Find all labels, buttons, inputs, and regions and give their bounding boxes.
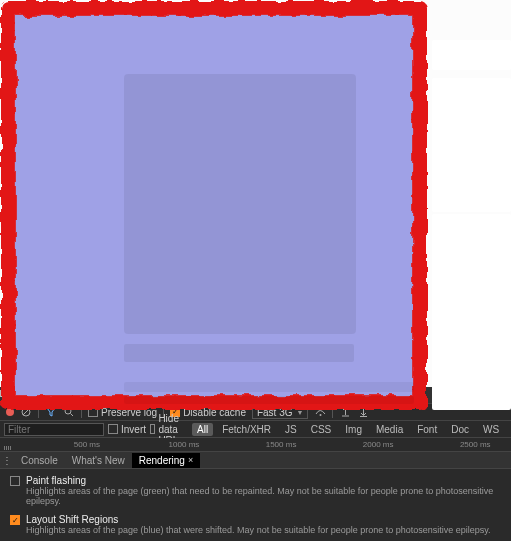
skeleton-placeholders: [0, 0, 511, 387]
filter-media[interactable]: Media: [371, 423, 408, 436]
option-description: Highlights areas of the page (blue) that…: [26, 525, 491, 535]
throttling-select[interactable]: Fast 3G ▼: [252, 406, 309, 419]
skeleton-side: [432, 78, 511, 212]
svg-line-7: [23, 409, 29, 415]
drawer-tab-console[interactable]: Console: [14, 453, 65, 468]
close-icon[interactable]: ×: [188, 455, 193, 465]
invert-checkbox[interactable]: Invert: [108, 424, 146, 435]
skeleton-line: [124, 382, 414, 392]
drawer-menu-icon[interactable]: ⋮: [0, 455, 14, 466]
skeleton-side: [432, 40, 511, 70]
network-conditions-icon[interactable]: [314, 406, 326, 418]
svg-point-8: [65, 408, 71, 414]
drawer-tabstrip: ⋮ Console What's New Rendering ×: [0, 452, 511, 469]
label: Disable cache: [183, 407, 246, 418]
filter-img[interactable]: Img: [340, 423, 367, 436]
label: Invert: [121, 424, 146, 435]
option-title: Paint flashing: [26, 475, 501, 486]
rendering-panel: Paint flashing Highlights areas of the p…: [0, 469, 511, 541]
tick: 1500 ms: [266, 440, 297, 449]
filter-js[interactable]: JS: [280, 423, 302, 436]
layout-shift-regions-option[interactable]: ✓ Layout Shift Regions Highlights areas …: [10, 514, 501, 535]
divider: [81, 406, 82, 418]
skeleton-line: [124, 344, 354, 362]
search-icon[interactable]: [63, 406, 75, 418]
skeleton-line: [124, 396, 414, 404]
preserve-log-checkbox[interactable]: Preserve log: [88, 407, 157, 418]
drawer-tab-rendering[interactable]: Rendering ×: [132, 453, 200, 468]
paint-flashing-option[interactable]: Paint flashing Highlights areas of the p…: [10, 475, 501, 506]
skeleton-hero: [124, 74, 356, 334]
page-viewport: [0, 0, 511, 387]
skeleton-side: [432, 214, 511, 410]
filter-icon[interactable]: [45, 406, 57, 418]
record-button[interactable]: [6, 408, 14, 416]
select-value: Fast 3G: [257, 407, 293, 418]
label: Preserve log: [101, 407, 157, 418]
network-filterbar: Invert Hide data URLs All Fetch/XHR JS C…: [0, 421, 511, 438]
drawer-tab-whatsnew[interactable]: What's New: [65, 453, 132, 468]
clear-icon[interactable]: [20, 406, 32, 418]
divider: [332, 406, 333, 418]
filter-ws[interactable]: WS: [478, 423, 504, 436]
svg-point-10: [319, 414, 321, 416]
network-timeline[interactable]: 500 ms 1000 ms 1500 ms 2000 ms 2500 ms: [0, 438, 511, 452]
option-title: Layout Shift Regions: [26, 514, 491, 525]
svg-line-9: [71, 414, 74, 417]
filter-all[interactable]: All: [192, 423, 213, 436]
upload-har-icon[interactable]: [339, 406, 351, 418]
tab-label: Rendering: [139, 455, 185, 466]
option-description: Highlights areas of the page (green) tha…: [26, 486, 501, 506]
divider: [38, 406, 39, 418]
chevron-down-icon: ▼: [297, 409, 304, 416]
tick: 1000 ms: [169, 440, 200, 449]
filter-font[interactable]: Font: [412, 423, 442, 436]
tick: 500 ms: [74, 440, 100, 449]
filter-input[interactable]: [4, 423, 104, 436]
filter-css[interactable]: CSS: [306, 423, 337, 436]
filter-doc[interactable]: Doc: [446, 423, 474, 436]
filter-fetch[interactable]: Fetch/XHR: [217, 423, 276, 436]
download-har-icon[interactable]: [357, 406, 369, 418]
tick: 2500 ms: [460, 440, 491, 449]
tick: 2000 ms: [363, 440, 394, 449]
devtools-panel: Elements Console Sources Network Perform…: [0, 387, 511, 541]
